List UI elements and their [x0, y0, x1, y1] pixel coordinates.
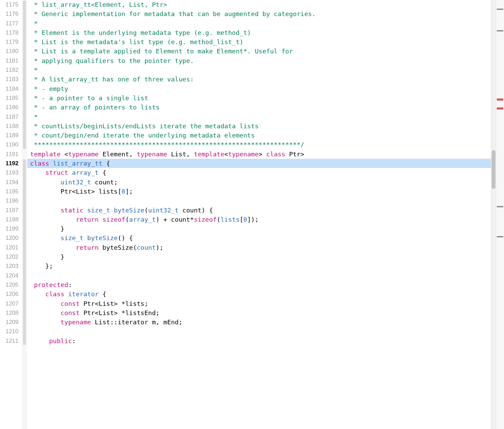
- line-number[interactable]: 1180: [0, 47, 18, 56]
- code-line[interactable]: * applying qualifiers to the pointer typ…: [27, 56, 491, 65]
- code-editor[interactable]: 1175117611771178117911801181118211831184…: [0, 0, 504, 429]
- line-number[interactable]: 1176: [0, 9, 18, 18]
- line-number[interactable]: 1187: [0, 112, 18, 121]
- code-line[interactable]: ****************************************…: [27, 140, 491, 149]
- code-line[interactable]: [27, 271, 491, 280]
- code-line[interactable]: static size_t byteSize(uint32_t count) {: [27, 206, 491, 215]
- line-number[interactable]: 1188: [0, 121, 18, 131]
- code-line[interactable]: * countLists/beginLists/endLists iterate…: [27, 121, 491, 131]
- code-token: [30, 244, 76, 251]
- overview-error-mark[interactable]: [497, 107, 503, 109]
- line-number[interactable]: 1207: [0, 299, 18, 308]
- code-line[interactable]: * list_array_tt<Element, List, Ptr>: [27, 0, 491, 9]
- code-token: static: [61, 207, 83, 214]
- code-line[interactable]: * List is a template applied to Element …: [27, 47, 491, 56]
- overview-mark[interactable]: [497, 30, 503, 31]
- line-number[interactable]: 1193: [0, 168, 18, 177]
- code-line[interactable]: return sizeof(array_t) + count*sizeof(li…: [27, 215, 491, 224]
- line-number[interactable]: 1191: [0, 150, 18, 159]
- line-number[interactable]: 1211: [0, 336, 18, 346]
- code-line[interactable]: struct array_t {: [27, 168, 491, 177]
- code-line[interactable]: }: [27, 252, 491, 261]
- code-line[interactable]: const Ptr<List> *listsEnd;: [27, 308, 491, 317]
- fold-region-bar[interactable]: [23, 1, 26, 149]
- line-number[interactable]: 1200: [0, 233, 18, 243]
- code-line[interactable]: *: [27, 65, 491, 75]
- code-token: 0: [243, 216, 247, 223]
- code-line[interactable]: [27, 327, 491, 336]
- code-line[interactable]: class iterator {: [27, 289, 491, 299]
- line-number[interactable]: 1186: [0, 103, 18, 112]
- overview-mark[interactable]: [497, 236, 503, 237]
- vertical-scrollbar[interactable]: [491, 0, 496, 429]
- line-number[interactable]: 1196: [0, 196, 18, 205]
- code-token: iterator: [68, 290, 98, 298]
- line-number[interactable]: 1184: [0, 84, 18, 93]
- code-overview-strip[interactable]: [496, 0, 504, 429]
- line-number[interactable]: 1181: [0, 56, 18, 65]
- line-number[interactable]: 1202: [0, 252, 18, 261]
- code-token: typename: [61, 318, 91, 326]
- line-number[interactable]: 1204: [0, 271, 18, 280]
- line-number[interactable]: 1179: [0, 37, 18, 47]
- line-number[interactable]: 1192: [0, 159, 18, 168]
- line-number[interactable]: 1195: [0, 187, 18, 196]
- code-line[interactable]: uint32_t count;: [27, 178, 491, 187]
- line-number[interactable]: 1177: [0, 19, 18, 28]
- line-number[interactable]: 1201: [0, 243, 18, 252]
- code-line[interactable]: protected:: [27, 280, 491, 289]
- line-number[interactable]: 1197: [0, 206, 18, 215]
- code-line[interactable]: public:: [27, 336, 491, 346]
- code-token: size_t: [87, 207, 110, 214]
- code-token: [83, 207, 87, 214]
- line-number[interactable]: 1175: [0, 0, 18, 9]
- code-line[interactable]: };: [27, 261, 491, 271]
- code-token: [30, 300, 61, 307]
- line-number[interactable]: 1203: [0, 261, 18, 271]
- line-number[interactable]: 1183: [0, 75, 18, 84]
- code-line[interactable]: return byteSize(count);: [27, 243, 491, 252]
- code-line[interactable]: }: [27, 224, 491, 233]
- code-token: Ptr<List> *listsEnd;: [80, 309, 160, 316]
- line-number[interactable]: 1190: [0, 140, 18, 149]
- code-line[interactable]: const Ptr<List> *lists;: [27, 299, 491, 308]
- fold-region-bar[interactable]: [23, 206, 26, 270]
- code-line[interactable]: * - a pointer to a single list: [27, 93, 491, 103]
- overview-mark[interactable]: [497, 9, 503, 10]
- code-token: *: [30, 66, 38, 74]
- overview-error-mark[interactable]: [497, 99, 503, 101]
- line-number[interactable]: 1206: [0, 289, 18, 299]
- line-number[interactable]: 1209: [0, 317, 18, 327]
- scrollbar-thumb[interactable]: [492, 150, 495, 189]
- line-number-gutter[interactable]: 1175117611771178117911801181118211831184…: [0, 0, 22, 429]
- line-number[interactable]: 1194: [0, 178, 18, 187]
- line-number[interactable]: 1189: [0, 131, 18, 140]
- code-line[interactable]: * Element is the underlying metadata typ…: [27, 28, 491, 37]
- code-line[interactable]: *: [27, 112, 491, 121]
- line-number[interactable]: 1178: [0, 28, 18, 37]
- fold-column[interactable]: [22, 0, 27, 429]
- code-area[interactable]: * list_array_tt<Element, List, Ptr> * Ge…: [27, 0, 491, 429]
- code-token: List,: [167, 151, 194, 158]
- line-number[interactable]: 1205: [0, 280, 18, 289]
- code-line[interactable]: class list_array_tt {: [27, 159, 491, 168]
- code-line[interactable]: size_t byteSize() {: [27, 233, 491, 243]
- code-line[interactable]: * A list_array_tt has one of three value…: [27, 75, 491, 84]
- code-line[interactable]: * - an array of pointers to lists: [27, 103, 491, 112]
- code-line[interactable]: [27, 196, 491, 205]
- code-line[interactable]: * Generic implementation for metadata th…: [27, 9, 491, 18]
- code-line[interactable]: Ptr<List> lists[0];: [27, 187, 491, 196]
- code-line[interactable]: * count/begin/end iterate the underlying…: [27, 131, 491, 140]
- code-line[interactable]: template <typename Element, typename Lis…: [27, 150, 491, 159]
- code-line[interactable]: typename List::iterator m, mEnd;: [27, 317, 491, 327]
- line-number[interactable]: 1208: [0, 308, 18, 317]
- code-line[interactable]: *: [27, 19, 491, 28]
- line-number[interactable]: 1199: [0, 224, 18, 233]
- line-number[interactable]: 1210: [0, 327, 18, 336]
- line-number[interactable]: 1182: [0, 65, 18, 75]
- code-line[interactable]: * List is the metadata's list type (e.g.…: [27, 37, 491, 47]
- code-line[interactable]: * - empty: [27, 84, 491, 93]
- line-number[interactable]: 1198: [0, 215, 18, 224]
- overview-mark[interactable]: [497, 206, 503, 207]
- line-number[interactable]: 1185: [0, 93, 18, 103]
